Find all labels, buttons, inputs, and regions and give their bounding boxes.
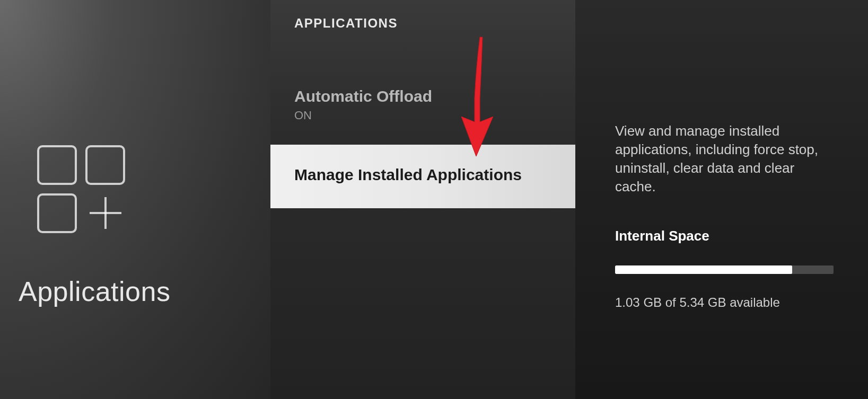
- section-header: APPLICATIONS: [270, 16, 575, 31]
- panel-title: Applications: [19, 276, 170, 307]
- menu-item-automatic-offload[interactable]: Automatic Offload ON: [270, 76, 575, 134]
- menu-item-subtitle: ON: [294, 109, 551, 122]
- applications-icon: [37, 145, 125, 233]
- apps-grid-square-icon: [85, 145, 125, 185]
- menu-item-title: Automatic Offload: [294, 87, 551, 105]
- storage-available-text: 1.03 GB of 5.34 GB available: [615, 295, 834, 310]
- left-panel: Applications: [0, 0, 270, 399]
- storage-progress-fill: [615, 265, 792, 274]
- storage-progress-bar: [615, 265, 834, 274]
- middle-panel: APPLICATIONS Automatic Offload ON Manage…: [270, 0, 575, 399]
- right-panel: View and manage installed applications, …: [575, 0, 868, 399]
- description-text: View and manage installed applications, …: [615, 122, 834, 196]
- apps-grid-plus-icon: [85, 193, 125, 233]
- apps-grid-square-icon: [37, 145, 77, 185]
- storage-heading: Internal Space: [615, 228, 834, 244]
- menu-item-manage-installed-applications[interactable]: Manage Installed Applications: [270, 145, 575, 208]
- apps-grid-square-icon: [37, 193, 77, 233]
- menu-item-title: Manage Installed Applications: [294, 166, 551, 184]
